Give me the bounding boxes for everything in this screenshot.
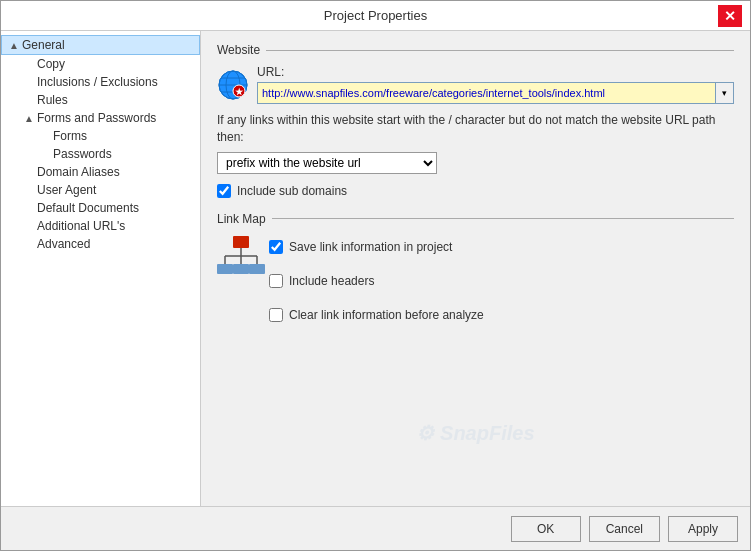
sidebar-item-label-user-agent: User Agent bbox=[37, 183, 96, 197]
prefix-dropdown[interactable]: prefix with the website url ignore the l… bbox=[217, 152, 437, 174]
sidebar-item-default-documents[interactable]: Default Documents bbox=[1, 199, 200, 217]
sidebar-item-domain-aliases[interactable]: Domain Aliases bbox=[1, 163, 200, 181]
expand-icon-forms-passwords: ▲ bbox=[23, 113, 35, 124]
sidebar-item-label-forms: Forms bbox=[53, 129, 87, 143]
sidebar-item-label-domain-aliases: Domain Aliases bbox=[37, 165, 120, 179]
content-area: ▲GeneralCopyInclusions / ExclusionsRules… bbox=[1, 31, 750, 506]
ok-button[interactable]: OK bbox=[511, 516, 581, 542]
sidebar-item-general[interactable]: ▲General bbox=[1, 35, 200, 55]
sidebar: ▲GeneralCopyInclusions / ExclusionsRules… bbox=[1, 31, 201, 506]
include-headers-label: Include headers bbox=[289, 274, 374, 288]
sidebar-item-passwords[interactable]: Passwords bbox=[1, 145, 200, 163]
sidebar-item-label-inclusions: Inclusions / Exclusions bbox=[37, 75, 158, 89]
include-subdomains-label: Include sub domains bbox=[237, 184, 347, 198]
sidebar-item-inclusions[interactable]: Inclusions / Exclusions bbox=[1, 73, 200, 91]
sidebar-item-label-forms-passwords: Forms and Passwords bbox=[37, 111, 156, 125]
link-map-body: Save link information in project Include… bbox=[217, 234, 734, 328]
url-row: ★ URL: ▾ bbox=[217, 65, 734, 104]
sidebar-item-rules[interactable]: Rules bbox=[1, 91, 200, 109]
svg-text:★: ★ bbox=[235, 87, 244, 97]
cancel-button[interactable]: Cancel bbox=[589, 516, 660, 542]
main-panel: Website ★ bbox=[201, 31, 750, 506]
clear-link-checkbox[interactable] bbox=[269, 308, 283, 322]
svg-rect-8 bbox=[233, 236, 249, 248]
sidebar-item-label-rules: Rules bbox=[37, 93, 68, 107]
sidebar-item-label-general: General bbox=[22, 38, 65, 52]
svg-rect-14 bbox=[217, 264, 233, 274]
include-subdomains-checkbox[interactable] bbox=[217, 184, 231, 198]
dialog: Project Properties ✕ ▲GeneralCopyInclusi… bbox=[0, 0, 751, 551]
sidebar-item-label-advanced: Advanced bbox=[37, 237, 90, 251]
sidebar-item-label-additional-urls: Additional URL's bbox=[37, 219, 125, 233]
sidebar-item-label-copy: Copy bbox=[37, 57, 65, 71]
clear-link-row: Clear link information before analyze bbox=[269, 308, 484, 322]
apply-button[interactable]: Apply bbox=[668, 516, 738, 542]
include-headers-row: Include headers bbox=[269, 274, 484, 288]
sidebar-item-additional-urls[interactable]: Additional URL's bbox=[1, 217, 200, 235]
sidebar-item-label-passwords: Passwords bbox=[53, 147, 112, 161]
bottom-bar: OK Cancel Apply bbox=[1, 506, 750, 550]
dialog-title: Project Properties bbox=[33, 8, 718, 23]
save-link-checkbox[interactable] bbox=[269, 240, 283, 254]
save-link-label: Save link information in project bbox=[289, 240, 452, 254]
url-input[interactable] bbox=[257, 82, 716, 104]
prefix-dropdown-wrap: prefix with the website url ignore the l… bbox=[217, 152, 734, 174]
url-input-wrap: ▾ bbox=[257, 82, 734, 104]
sidebar-item-user-agent[interactable]: User Agent bbox=[1, 181, 200, 199]
sidebar-item-forms-passwords[interactable]: ▲Forms and Passwords bbox=[1, 109, 200, 127]
globe-icon: ★ bbox=[217, 69, 249, 101]
title-bar: Project Properties ✕ bbox=[1, 1, 750, 31]
sidebar-item-forms[interactable]: Forms bbox=[1, 127, 200, 145]
url-label: URL: bbox=[257, 65, 734, 79]
link-map-section: Link Map bbox=[217, 212, 734, 328]
include-subdomains-row: Include sub domains bbox=[217, 184, 734, 198]
link-map-icon bbox=[217, 234, 257, 274]
sidebar-item-label-default-documents: Default Documents bbox=[37, 201, 139, 215]
link-map-options: Save link information in project Include… bbox=[269, 234, 484, 328]
expand-icon-general: ▲ bbox=[8, 40, 20, 51]
sidebar-item-copy[interactable]: Copy bbox=[1, 55, 200, 73]
link-map-section-header: Link Map bbox=[217, 212, 734, 226]
svg-rect-16 bbox=[249, 264, 265, 274]
watermark: ⚙ SnapFiles bbox=[416, 420, 534, 446]
save-link-row: Save link information in project bbox=[269, 240, 484, 254]
website-section-header: Website bbox=[217, 43, 734, 57]
svg-rect-15 bbox=[233, 264, 249, 274]
url-dropdown-button[interactable]: ▾ bbox=[716, 82, 734, 104]
hint-text: If any links within this website start w… bbox=[217, 112, 734, 146]
close-button[interactable]: ✕ bbox=[718, 5, 742, 27]
clear-link-label: Clear link information before analyze bbox=[289, 308, 484, 322]
include-headers-checkbox[interactable] bbox=[269, 274, 283, 288]
sidebar-item-advanced[interactable]: Advanced bbox=[1, 235, 200, 253]
